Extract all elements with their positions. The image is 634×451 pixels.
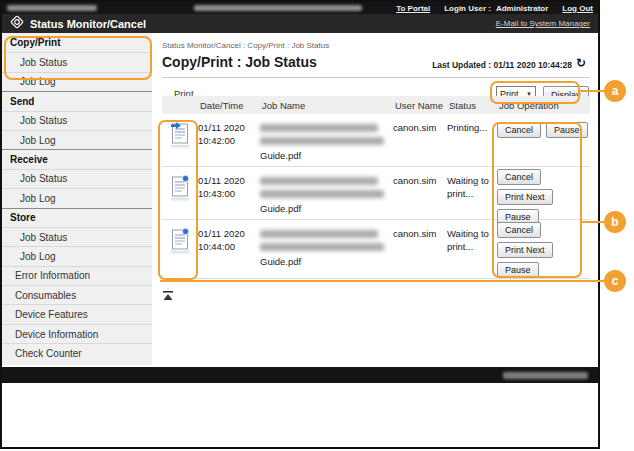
redacted-job-name-line: [260, 137, 384, 145]
col-job-operation: Job Operation: [497, 100, 590, 111]
job-date-time: 01/11 2020 10:43:00: [198, 167, 260, 225]
status-monitor-icon: [10, 15, 24, 33]
job-waiting-icon: [162, 167, 198, 225]
col-user-name: User Name: [393, 100, 447, 111]
job-table-header: Date/Time Job Name User Name Status Job …: [162, 96, 590, 114]
to-portal-link[interactable]: To Portal: [396, 4, 430, 13]
col-job-name: Job Name: [260, 100, 393, 111]
job-status: Printing...: [447, 114, 497, 166]
sidebar-item-send-job-status[interactable]: Job Status: [2, 111, 152, 130]
redacted-job-name-line: [260, 243, 384, 251]
icon-reflection: [171, 251, 189, 255]
sidebar-section-receive: Receive: [2, 149, 152, 168]
login-user-name: Administrator: [496, 4, 548, 13]
email-system-manager-link[interactable]: E-Mail to System Manager: [496, 19, 598, 28]
job-waiting-icon: [162, 220, 198, 278]
table-row: 01/11 2020 10:44:00 Guide.pdf canon.sim …: [162, 220, 590, 279]
sidebar-item-device-information[interactable]: Device Information: [2, 324, 152, 343]
job-operations: Cancel Print Next Pause: [497, 167, 590, 225]
sidebar-item-receive-job-status[interactable]: Job Status: [2, 169, 152, 188]
job-user: canon.sim: [393, 167, 447, 225]
job-status: Waiting to print...: [447, 167, 497, 225]
job-name: Guide.pdf: [260, 220, 393, 278]
job-date-time: 01/11 2020 10:44:00: [198, 220, 260, 278]
table-row: 01/11 2020 10:43:00 Guide.pdf canon.sim …: [162, 167, 590, 220]
sidebar-item-error-information[interactable]: Error Information: [2, 266, 152, 285]
back-to-top-icon[interactable]: [162, 287, 174, 305]
sidebar: Copy/Print Job Status Job Log Send Job S…: [2, 33, 152, 365]
job-printing-icon: [162, 114, 198, 166]
sidebar-section-copy-print: Copy/Print: [2, 33, 152, 52]
sidebar-item-send-job-log[interactable]: Job Log: [2, 130, 152, 149]
job-name: Guide.pdf: [260, 114, 393, 166]
top-bar: To Portal Login User : Administrator Log…: [2, 2, 598, 14]
icon-reflection: [171, 198, 189, 202]
callout-bubble-b: b: [604, 211, 626, 233]
sidebar-item-check-counter[interactable]: Check Counter: [2, 343, 152, 362]
cancel-button[interactable]: Cancel: [497, 222, 541, 238]
breadcrumb: Status Monitor/Cancel : Copy/Print : Job…: [162, 41, 329, 50]
print-next-button[interactable]: Print Next: [497, 189, 553, 205]
sidebar-section-store: Store: [2, 208, 152, 227]
sidebar-item-consumables[interactable]: Consumables: [2, 285, 152, 304]
last-updated-text: Last Updated : 01/11 2020 10:44:28: [332, 60, 572, 70]
page-title: Copy/Print : Job Status: [162, 54, 317, 70]
page-app-title: Status Monitor/Cancel: [30, 18, 146, 30]
sidebar-item-device-features[interactable]: Device Features: [2, 304, 152, 323]
refresh-icon[interactable]: ↻: [576, 56, 586, 70]
job-user: canon.sim: [393, 220, 447, 278]
print-next-button[interactable]: Print Next: [497, 242, 553, 258]
login-user: Login User : Administrator: [444, 4, 548, 13]
sidebar-item-copyprint-job-status[interactable]: Job Status: [2, 52, 152, 71]
redacted-model-names: [194, 5, 362, 11]
job-operations: Cancel Pause: [497, 114, 590, 166]
table-row: 01/11 2020 10:42:00 Guide.pdf canon.sim …: [162, 114, 590, 167]
redacted-device-name: [7, 5, 97, 11]
redacted-job-name-line: [260, 177, 378, 185]
redacted-copyright: [503, 372, 588, 379]
title-divider: [162, 77, 590, 78]
pause-button[interactable]: Pause: [546, 122, 588, 138]
callout-bubble-c: c: [604, 270, 626, 292]
job-user: canon.sim: [393, 114, 447, 166]
job-operations: Cancel Print Next Pause: [497, 220, 590, 278]
job-table: Date/Time Job Name User Name Status Job …: [162, 96, 590, 279]
pause-button[interactable]: Pause: [497, 262, 539, 278]
sidebar-item-store-job-log[interactable]: Job Log: [2, 246, 152, 265]
job-name: Guide.pdf: [260, 167, 393, 225]
sidebar-section-send: Send: [2, 91, 152, 110]
sidebar-item-copyprint-job-log[interactable]: Job Log: [2, 72, 152, 91]
job-status: Waiting to print...: [447, 220, 497, 278]
icon-reflection: [171, 145, 189, 149]
redacted-job-name-line: [260, 124, 378, 132]
col-status: Status: [447, 100, 497, 111]
cancel-button[interactable]: Cancel: [497, 122, 541, 138]
sidebar-item-store-job-status[interactable]: Job Status: [2, 227, 152, 246]
col-date-time: Date/Time: [198, 100, 260, 111]
redacted-job-name-line: [260, 190, 384, 198]
redacted-job-name-line: [260, 230, 378, 238]
app-bar: Status Monitor/Cancel E-Mail to System M…: [2, 14, 598, 33]
login-user-label: Login User :: [444, 4, 491, 13]
cancel-button[interactable]: Cancel: [497, 169, 541, 185]
log-out-link[interactable]: Log Out: [562, 4, 593, 13]
page: To Portal Login User : Administrator Log…: [0, 0, 634, 451]
job-date-time: 01/11 2020 10:42:00: [198, 114, 260, 166]
footer-bar: [2, 367, 598, 383]
callout-bubble-a: a: [604, 80, 626, 102]
screenshot-frame: To Portal Login User : Administrator Log…: [0, 0, 600, 449]
sidebar-item-receive-job-log[interactable]: Job Log: [2, 188, 152, 207]
